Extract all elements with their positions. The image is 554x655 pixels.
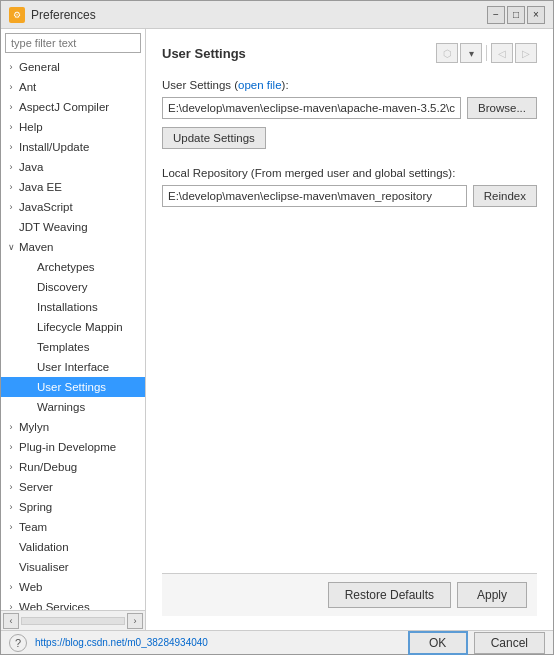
- tree-item-ant[interactable]: ›Ant: [1, 77, 145, 97]
- tree-item-server[interactable]: ›Server: [1, 477, 145, 497]
- left-panel: ›General›Ant›AspectJ Compiler›Help›Insta…: [1, 29, 146, 630]
- tree-item-webservices[interactable]: ›Web Services: [1, 597, 145, 610]
- tree-item-validation[interactable]: Validation: [1, 537, 145, 557]
- tree-item-javaee[interactable]: ›Java EE: [1, 177, 145, 197]
- tree-arrow-ant: ›: [5, 81, 17, 93]
- tree-label-javaee: Java EE: [19, 181, 62, 193]
- tree-arrow-webservices: ›: [5, 601, 17, 610]
- tree-item-aspectj[interactable]: ›AspectJ Compiler: [1, 97, 145, 117]
- tree-arrow-archetypes: [23, 261, 35, 273]
- settings-path-row: Browse...: [162, 97, 537, 119]
- tree-label-spring: Spring: [19, 501, 52, 513]
- close-button[interactable]: ×: [527, 6, 545, 24]
- tree-arrow-general: ›: [5, 61, 17, 73]
- scroll-track[interactable]: [21, 617, 125, 625]
- tree-arrow-maven: ∨: [5, 241, 17, 253]
- tree-item-plugindev[interactable]: ›Plug-in Developme: [1, 437, 145, 457]
- tree-arrow-team: ›: [5, 521, 17, 533]
- tree-label-installations: Installations: [37, 301, 98, 313]
- tree-label-mylyn: Mylyn: [19, 421, 49, 433]
- main-content: ›General›Ant›AspectJ Compiler›Help›Insta…: [1, 29, 553, 630]
- tree-item-help[interactable]: ›Help: [1, 117, 145, 137]
- update-settings-button[interactable]: Update Settings: [162, 127, 266, 149]
- bottom-bar: Restore Defaults Apply: [162, 573, 537, 616]
- restore-defaults-button[interactable]: Restore Defaults: [328, 582, 451, 608]
- tree-label-server: Server: [19, 481, 53, 493]
- settings-path-input[interactable]: [162, 97, 461, 119]
- panel-title: User Settings: [162, 46, 246, 61]
- tree-arrow-visualiser: [5, 561, 17, 573]
- panel-header: User Settings ⬡ ▾ ◁ ▷: [162, 43, 537, 63]
- footer-link[interactable]: https://blog.csdn.net/m0_38284934040: [35, 637, 208, 648]
- tree-arrow-validation: [5, 541, 17, 553]
- scroll-left-button[interactable]: ‹: [3, 613, 19, 629]
- tree-item-java[interactable]: ›Java: [1, 157, 145, 177]
- tree-arrow-plugindev: ›: [5, 441, 17, 453]
- tree-label-maven: Maven: [19, 241, 54, 253]
- tree-item-spring[interactable]: ›Spring: [1, 497, 145, 517]
- tree-item-discovery[interactable]: Discovery: [1, 277, 145, 297]
- tree-label-javascript: JavaScript: [19, 201, 73, 213]
- tree-arrow-usersettings: [23, 381, 35, 393]
- tree-item-visualiser[interactable]: Visualiser: [1, 557, 145, 577]
- tree-item-general[interactable]: ›General: [1, 57, 145, 77]
- right-panel: User Settings ⬡ ▾ ◁ ▷ User Settings (ope…: [146, 29, 553, 630]
- tree-arrow-javaee: ›: [5, 181, 17, 193]
- tree: ›General›Ant›AspectJ Compiler›Help›Insta…: [1, 57, 145, 610]
- reindex-button[interactable]: Reindex: [473, 185, 537, 207]
- tree-item-usersettings[interactable]: User Settings: [1, 377, 145, 397]
- tree-item-rundebug[interactable]: ›Run/Debug: [1, 457, 145, 477]
- tree-item-warnings[interactable]: Warnings: [1, 397, 145, 417]
- tree-label-visualiser: Visualiser: [19, 561, 69, 573]
- tree-item-install[interactable]: ›Install/Update: [1, 137, 145, 157]
- cancel-button[interactable]: Cancel: [474, 632, 545, 654]
- nav-dropdown-button[interactable]: ▾: [460, 43, 482, 63]
- tree-item-mylyn[interactable]: ›Mylyn: [1, 417, 145, 437]
- tree-label-usersettings: User Settings: [37, 381, 106, 393]
- tree-item-templates[interactable]: Templates: [1, 337, 145, 357]
- tree-item-userinterface[interactable]: User Interface: [1, 357, 145, 377]
- tree-arrow-installations: [23, 301, 35, 313]
- scroll-right-button[interactable]: ›: [127, 613, 143, 629]
- tree-arrow-aspectj: ›: [5, 101, 17, 113]
- tree-label-java: Java: [19, 161, 43, 173]
- tree-item-team[interactable]: ›Team: [1, 517, 145, 537]
- tree-label-templates: Templates: [37, 341, 89, 353]
- horizontal-scrollbar: ‹ ›: [1, 610, 145, 630]
- minimize-button[interactable]: −: [487, 6, 505, 24]
- filter-input[interactable]: [5, 33, 141, 53]
- section1-label: User Settings (open file):: [162, 79, 537, 91]
- tree-label-rundebug: Run/Debug: [19, 461, 77, 473]
- tree-label-lifecycle: Lifecycle Mappin: [37, 321, 123, 333]
- tree-item-maven[interactable]: ∨Maven: [1, 237, 145, 257]
- title-bar: ⚙ Preferences − □ ×: [1, 1, 553, 29]
- section2-label: Local Repository (From merged user and g…: [162, 167, 537, 179]
- maximize-button[interactable]: □: [507, 6, 525, 24]
- tree-arrow-templates: [23, 341, 35, 353]
- browse-button[interactable]: Browse...: [467, 97, 537, 119]
- window-icon: ⚙: [9, 7, 25, 23]
- tree-arrow-userinterface: [23, 361, 35, 373]
- tree-item-lifecycle[interactable]: Lifecycle Mappin: [1, 317, 145, 337]
- tree-arrow-javascript: ›: [5, 201, 17, 213]
- nav-next-button[interactable]: ▷: [515, 43, 537, 63]
- tree-item-web[interactable]: ›Web: [1, 577, 145, 597]
- repo-path-input[interactable]: [162, 185, 467, 207]
- tree-item-jdt[interactable]: JDT Weaving: [1, 217, 145, 237]
- tree-label-validation: Validation: [19, 541, 69, 553]
- tree-arrow-warnings: [23, 401, 35, 413]
- tree-item-javascript[interactable]: ›JavaScript: [1, 197, 145, 217]
- ok-button[interactable]: OK: [408, 631, 468, 655]
- apply-button[interactable]: Apply: [457, 582, 527, 608]
- nav-prev-button[interactable]: ◁: [491, 43, 513, 63]
- nav-back-button[interactable]: ⬡: [436, 43, 458, 63]
- tree-item-installations[interactable]: Installations: [1, 297, 145, 317]
- tree-label-general: General: [19, 61, 60, 73]
- tree-arrow-discovery: [23, 281, 35, 293]
- help-button[interactable]: ?: [9, 634, 27, 652]
- tree-label-ant: Ant: [19, 81, 36, 93]
- open-file-link[interactable]: open file: [238, 79, 281, 91]
- tree-arrow-lifecycle: [23, 321, 35, 333]
- tree-item-archetypes[interactable]: Archetypes: [1, 257, 145, 277]
- tree-arrow-web: ›: [5, 581, 17, 593]
